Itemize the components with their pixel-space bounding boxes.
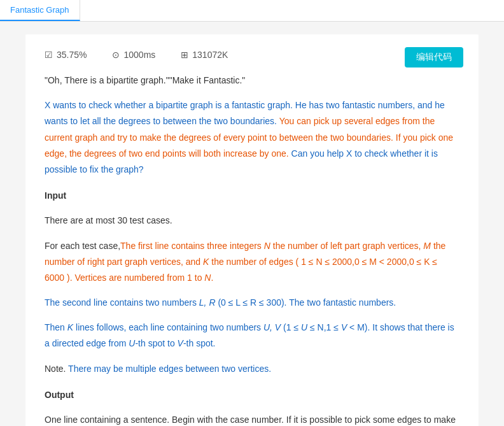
meta-bar: ☑ 35.75% ⊙ 1000ms ⊞ 131072K 编辑代码 [45,50,459,60]
problem-quote: "Oh, There is a bipartite graph.""Make i… [45,73,459,89]
edit-code-button[interactable]: 编辑代码 [405,47,463,67]
note: Note. There may be multiple edges betwee… [45,361,459,377]
time-limit-item: ⊙ 1000ms [112,50,155,60]
input-p3: The second line contains two numbers L, … [45,295,459,311]
clock-icon: ⊙ [112,50,120,60]
input-p1: There are at most 30 test cases. [45,213,459,229]
input-title: Input [45,188,459,204]
tab-label: Fantastic Graph [10,5,69,15]
memory-icon: ⊞ [181,50,188,60]
output-p: One line containing a sentence. Begin wi… [45,412,459,426]
tab-bar: Fantastic Graph [0,0,504,22]
memory-item: ⊞ 131072K [181,50,228,60]
content-area: ☑ 35.75% ⊙ 1000ms ⊞ 131072K 编辑代码 "Oh, Th… [25,34,479,426]
input-p4: Then K lines follows, each line containi… [45,320,459,351]
input-p2: For each test case,The first line contai… [45,238,459,287]
time-limit-value: 1000ms [123,50,155,60]
output-title: Output [45,387,459,403]
check-icon: ☑ [45,50,53,60]
memory-value: 131072K [192,50,228,60]
problem-intro: X wants to check whether a bipartite gra… [45,97,459,178]
tab-fantastic-graph[interactable]: Fantastic Graph [0,0,80,21]
acceptance-item: ☑ 35.75% [45,50,87,60]
problem-content: "Oh, There is a bipartite graph.""Make i… [45,73,459,426]
acceptance-value: 35.75% [57,50,87,60]
